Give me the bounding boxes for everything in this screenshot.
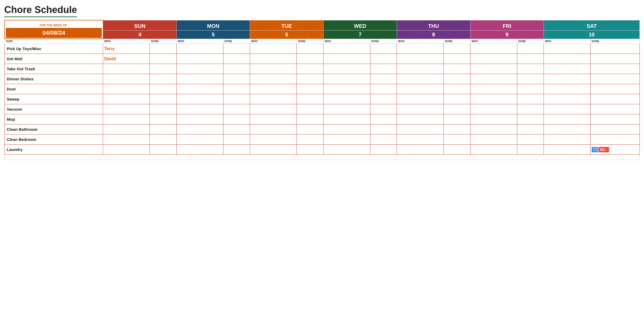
- thu-who-cell-task0[interactable]: [397, 44, 444, 54]
- sat-done-cell-task9[interactable]: [591, 135, 640, 145]
- sun-who-cell-task3[interactable]: [103, 74, 150, 84]
- tue-who-cell-task3[interactable]: [250, 74, 297, 84]
- sat-who-cell-task6[interactable]: [544, 104, 591, 114]
- sun-who-cell-task7[interactable]: [103, 114, 150, 124]
- mon-done-cell-task3[interactable]: [223, 74, 250, 84]
- wed-done-cell-task0[interactable]: [370, 44, 397, 54]
- sat-done-cell-task1[interactable]: [591, 54, 640, 64]
- wed-who-cell-task7[interactable]: [323, 114, 370, 124]
- mon-done-cell-task7[interactable]: [223, 114, 250, 124]
- sun-who-cell-task4[interactable]: [103, 84, 150, 94]
- sat-who-cell-task4[interactable]: [544, 84, 591, 94]
- sat-done-cell-task6[interactable]: [591, 104, 640, 114]
- tue-done-cell-task2[interactable]: [297, 64, 324, 74]
- thu-who-cell-task6[interactable]: [397, 104, 444, 114]
- thu-done-cell-task5[interactable]: [444, 94, 471, 104]
- mon-who-cell-task10[interactable]: [176, 145, 223, 155]
- sun-done-cell-task7[interactable]: [150, 114, 177, 124]
- tue-who-cell-task4[interactable]: [250, 84, 297, 94]
- fri-done-cell-task8[interactable]: [517, 124, 544, 135]
- tue-who-cell-task0[interactable]: [250, 44, 297, 54]
- wed-done-cell-task9[interactable]: [370, 135, 397, 145]
- fri-who-cell-task1[interactable]: [470, 54, 517, 64]
- fri-who-cell-task7[interactable]: [470, 114, 517, 124]
- tue-who-cell-task10[interactable]: [250, 145, 297, 155]
- sat-who-cell-task3[interactable]: [544, 74, 591, 84]
- wed-who-cell-task9[interactable]: [323, 135, 370, 145]
- fri-done-cell-task0[interactable]: [517, 44, 544, 54]
- thu-done-cell-task4[interactable]: [444, 84, 471, 94]
- wed-who-cell-task5[interactable]: [323, 94, 370, 104]
- tue-who-cell-task1[interactable]: [250, 54, 297, 64]
- tue-done-cell-task0[interactable]: [297, 44, 324, 54]
- wed-who-cell-task0[interactable]: [323, 44, 370, 54]
- wed-done-cell-task5[interactable]: [370, 94, 397, 104]
- fri-who-cell-task3[interactable]: [470, 74, 517, 84]
- wed-done-cell-task2[interactable]: [370, 64, 397, 74]
- thu-who-cell-task10[interactable]: [397, 145, 444, 155]
- fri-done-cell-task2[interactable]: [517, 64, 544, 74]
- thu-done-cell-task8[interactable]: [444, 124, 471, 135]
- sat-who-cell-task5[interactable]: [544, 94, 591, 104]
- fri-done-cell-task1[interactable]: [517, 54, 544, 64]
- sat-done-cell-task0[interactable]: [591, 44, 640, 54]
- sat-who-cell-task1[interactable]: [544, 54, 591, 64]
- thu-who-cell-task5[interactable]: [397, 94, 444, 104]
- mon-who-cell-task9[interactable]: [176, 135, 223, 145]
- sat-done-cell-task8[interactable]: [591, 124, 640, 135]
- mon-done-cell-task0[interactable]: [223, 44, 250, 54]
- mon-who-cell-task0[interactable]: [176, 44, 223, 54]
- mon-done-cell-task8[interactable]: [223, 124, 250, 135]
- sun-done-cell-task9[interactable]: [150, 135, 177, 145]
- mon-who-cell-task3[interactable]: [176, 74, 223, 84]
- mon-done-cell-task2[interactable]: [223, 64, 250, 74]
- wed-who-cell-task4[interactable]: [323, 84, 370, 94]
- fri-who-cell-task0[interactable]: [470, 44, 517, 54]
- sat-done-cell-task4[interactable]: [591, 84, 640, 94]
- fri-done-cell-task5[interactable]: [517, 94, 544, 104]
- mon-who-cell-task4[interactable]: [176, 84, 223, 94]
- sat-who-cell-task10[interactable]: [544, 145, 591, 155]
- sun-done-cell-task8[interactable]: [150, 124, 177, 135]
- thu-who-cell-task1[interactable]: [397, 54, 444, 64]
- wed-done-cell-task7[interactable]: [370, 114, 397, 124]
- sun-who-cell-task8[interactable]: [103, 124, 150, 135]
- sat-done-cell-task7[interactable]: [591, 114, 640, 124]
- mon-done-cell-task4[interactable]: [223, 84, 250, 94]
- sun-done-cell-task0[interactable]: [150, 44, 177, 54]
- wed-done-cell-task1[interactable]: [370, 54, 397, 64]
- sat-who-cell-task9[interactable]: [544, 135, 591, 145]
- sun-who-cell-task2[interactable]: [103, 64, 150, 74]
- thu-done-cell-task7[interactable]: [444, 114, 471, 124]
- mon-who-cell-task8[interactable]: [176, 124, 223, 135]
- sun-who-cell-task6[interactable]: [103, 104, 150, 114]
- sat-done-cell-task5[interactable]: [591, 94, 640, 104]
- tue-done-cell-task4[interactable]: [297, 84, 324, 94]
- fri-done-cell-task10[interactable]: [517, 145, 544, 155]
- mon-done-cell-task6[interactable]: [223, 104, 250, 114]
- sun-who-cell-task10[interactable]: [103, 145, 150, 155]
- thu-who-cell-task3[interactable]: [397, 74, 444, 84]
- sun-done-cell-task4[interactable]: [150, 84, 177, 94]
- mon-who-cell-task7[interactable]: [176, 114, 223, 124]
- fri-who-cell-task5[interactable]: [470, 94, 517, 104]
- wed-who-cell-task8[interactable]: [323, 124, 370, 135]
- thu-done-cell-task9[interactable]: [444, 135, 471, 145]
- tue-done-cell-task10[interactable]: [297, 145, 324, 155]
- mon-done-cell-task5[interactable]: [223, 94, 250, 104]
- fri-done-cell-task4[interactable]: [517, 84, 544, 94]
- tue-done-cell-task9[interactable]: [297, 135, 324, 145]
- fri-done-cell-task9[interactable]: [517, 135, 544, 145]
- fri-who-cell-task6[interactable]: [470, 104, 517, 114]
- fri-done-cell-task3[interactable]: [517, 74, 544, 84]
- tue-done-cell-task1[interactable]: [297, 54, 324, 64]
- fri-who-cell-task8[interactable]: [470, 124, 517, 135]
- wed-done-cell-task3[interactable]: [370, 74, 397, 84]
- tue-done-cell-task5[interactable]: [297, 94, 324, 104]
- fri-who-cell-task2[interactable]: [470, 64, 517, 74]
- mon-done-cell-task1[interactable]: [223, 54, 250, 64]
- thu-who-cell-task4[interactable]: [397, 84, 444, 94]
- sun-done-cell-task1[interactable]: [150, 54, 177, 64]
- tue-done-cell-task8[interactable]: [297, 124, 324, 135]
- sun-done-cell-task5[interactable]: [150, 94, 177, 104]
